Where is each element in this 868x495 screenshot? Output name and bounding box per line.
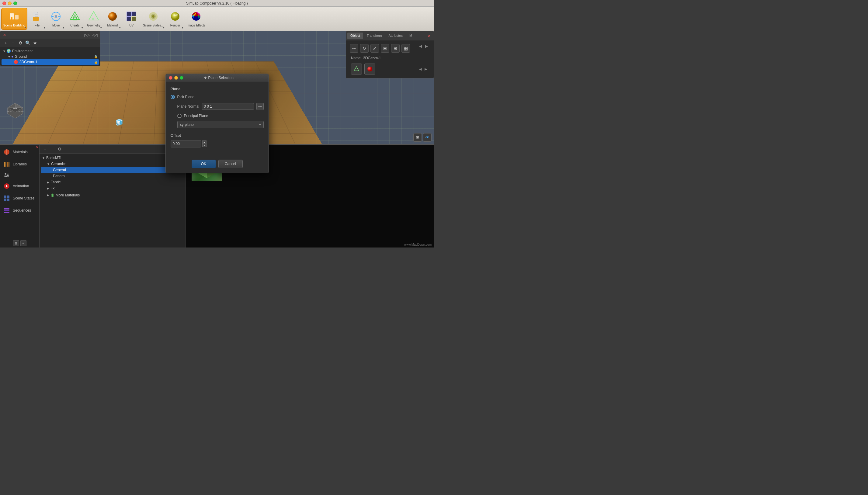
ctree-fx[interactable]: ▶ Fx: [41, 185, 184, 191]
sidebar-bottom-btn1[interactable]: ⊞: [13, 240, 19, 246]
center-panel-toolbar: + − ⚙ ◀ ▶: [39, 145, 185, 154]
general-label: General: [53, 168, 66, 172]
rp-geometry-btn[interactable]: [351, 64, 362, 74]
toolbar-render[interactable]: Render ▼: [166, 8, 184, 30]
svg-rect-7: [33, 17, 39, 21]
svg-rect-17: [127, 12, 131, 16]
materials-icon: [3, 148, 10, 156]
plane-normal-pick-btn[interactable]: ⊹: [256, 103, 264, 110]
toolbar-material[interactable]: Material ▼: [103, 8, 122, 30]
rp-left-arrow[interactable]: ◀: [419, 44, 424, 49]
move-arrow: ▼: [62, 27, 65, 29]
toolbar-file[interactable]: File ▼: [28, 8, 46, 30]
rp-right-arrow[interactable]: ▶: [425, 44, 430, 49]
rp-name-row: Name 3DGeom-1: [348, 54, 431, 62]
render-icon: [169, 10, 181, 22]
tree-item-environment[interactable]: ▼ 🌍 Environment: [1, 48, 99, 54]
rp-snap-icon[interactable]: ⊞: [391, 44, 399, 53]
offset-up-btn[interactable]: ▲: [202, 140, 206, 144]
toolbar-image-effects[interactable]: Image Effects: [185, 8, 207, 30]
viewport-nav-cube[interactable]: TOP FRONT RIGHT: [6, 102, 24, 120]
plane-selection-dialog[interactable]: ✈ Plane Selection Plane Pick Plane Plane: [166, 73, 269, 173]
svg-rect-56: [4, 208, 10, 209]
sidebar-item-scene-states[interactable]: Scene States: [0, 192, 39, 204]
toolbar-scene-states[interactable]: Scene States... ▼: [141, 8, 166, 30]
geometry-label: Geometry: [87, 24, 100, 27]
star-btn[interactable]: ★: [32, 40, 38, 46]
ctree-more-materials[interactable]: ▶ ⊕ More Materials: [41, 191, 184, 199]
svg-rect-18: [132, 12, 136, 16]
settings-btn[interactable]: ⚙: [17, 40, 23, 46]
scene-panel-close[interactable]: ✕: [3, 33, 6, 37]
toolbar-uv[interactable]: UV: [122, 8, 140, 30]
remove-btn[interactable]: −: [10, 40, 16, 46]
rp-scale-icon[interactable]: ⤢: [371, 44, 379, 53]
tab-attributes[interactable]: Attributes: [386, 33, 406, 39]
viewport-toolbar-bottom: ⊞ 👁: [413, 133, 431, 142]
sidebar-item-sequences[interactable]: Sequences: [0, 204, 39, 217]
dialog-close-btn[interactable]: [169, 76, 172, 80]
plane-normal-input[interactable]: [202, 103, 254, 110]
plane-select[interactable]: xy-planexz-planeyz-plane: [177, 121, 264, 128]
svg-rect-2: [11, 17, 13, 19]
pick-plane-radio[interactable]: [171, 95, 175, 99]
env-arrow: ▼: [3, 50, 6, 53]
ctree-pattern[interactable]: Pattern: [41, 173, 184, 179]
vp-eye-btn[interactable]: 👁: [423, 133, 431, 142]
add-btn[interactable]: +: [3, 40, 9, 46]
rp-name-value: 3DGeom-1: [363, 56, 381, 60]
toolbar-geometry[interactable]: Geometry ▼: [85, 8, 103, 30]
ctree-ceramics[interactable]: ▼ Ceramics: [41, 161, 184, 167]
ok-button[interactable]: OK: [192, 160, 216, 168]
toolbar-move[interactable]: Move ▼: [47, 8, 65, 30]
maximize-button[interactable]: [13, 1, 17, 5]
offset-down-btn[interactable]: ▼: [202, 144, 206, 147]
tab-transform[interactable]: Transform: [364, 33, 385, 39]
ctree-basicmtl[interactable]: ▼ BasicMTL: [41, 155, 184, 161]
svg-rect-55: [7, 199, 10, 201]
vp-grid-btn[interactable]: ⊞: [413, 133, 422, 142]
principal-plane-radio[interactable]: [177, 114, 182, 118]
tree-item-ground[interactable]: ▼ ● Ground 🔒: [1, 54, 99, 59]
ctree-general[interactable]: General: [41, 167, 184, 173]
rp-collapse-left[interactable]: ◀: [419, 67, 423, 71]
ctree-fabric[interactable]: ▶ Fabric: [41, 179, 184, 185]
cp-add-btn[interactable]: +: [42, 146, 48, 152]
minimize-button[interactable]: [8, 1, 12, 5]
expand-all-btn[interactable]: ▷▷: [84, 33, 90, 37]
principal-plane-row: Principal Plane: [177, 114, 264, 118]
rp-extra-icon[interactable]: ▦: [402, 44, 410, 53]
active-tool-icon[interactable]: 🧊: [116, 119, 123, 126]
toolbar-scene-building[interactable]: Scene Building ▼: [1, 8, 28, 30]
scene-states-icon: [147, 10, 159, 22]
scene-states-sidebar-icon: [3, 194, 10, 202]
sidebar-item-materials[interactable]: Materials: [0, 146, 39, 158]
collapse-all-btn[interactable]: ◁◁: [92, 33, 98, 37]
right-panel-close[interactable]: ✕: [426, 33, 432, 39]
sidebar-bottom-btn2[interactable]: ≡: [20, 240, 27, 246]
sidebar-item-libraries[interactable]: Libraries: [0, 158, 39, 170]
uv-icon: [125, 10, 137, 22]
sidebar-item-animation[interactable]: Animation: [0, 180, 39, 192]
toolbar-create[interactable]: Create ▼: [66, 8, 84, 30]
cancel-button[interactable]: Cancel: [218, 160, 243, 168]
rp-align-icon[interactable]: ⊟: [381, 44, 389, 53]
sidebar-close-btn[interactable]: ✕: [36, 145, 39, 149]
cp-settings-btn[interactable]: ⚙: [56, 146, 63, 152]
rp-expand-right[interactable]: ▶: [425, 67, 429, 71]
rp-material-btn[interactable]: [364, 64, 375, 74]
cp-remove-btn[interactable]: −: [49, 146, 55, 152]
svg-rect-19: [127, 17, 131, 21]
rp-rotate-icon[interactable]: ↻: [360, 44, 369, 53]
rp-move-icon[interactable]: ⊹: [350, 44, 358, 53]
tree-item-3dgeom[interactable]: 🔴 3DGeom-1 🔒: [1, 59, 99, 65]
create-arrow: ▼: [81, 27, 83, 29]
search-btn[interactable]: 🔍: [24, 40, 31, 46]
window-title: SimLab Composer v9.2.10 ( Floating ): [186, 1, 248, 5]
close-button[interactable]: [2, 1, 6, 5]
create-label: Create: [70, 24, 79, 27]
tab-m[interactable]: M: [406, 33, 415, 39]
scene-building-arrow: ▼: [24, 26, 27, 29]
offset-input[interactable]: [171, 140, 201, 148]
tab-object[interactable]: Object: [347, 33, 363, 39]
